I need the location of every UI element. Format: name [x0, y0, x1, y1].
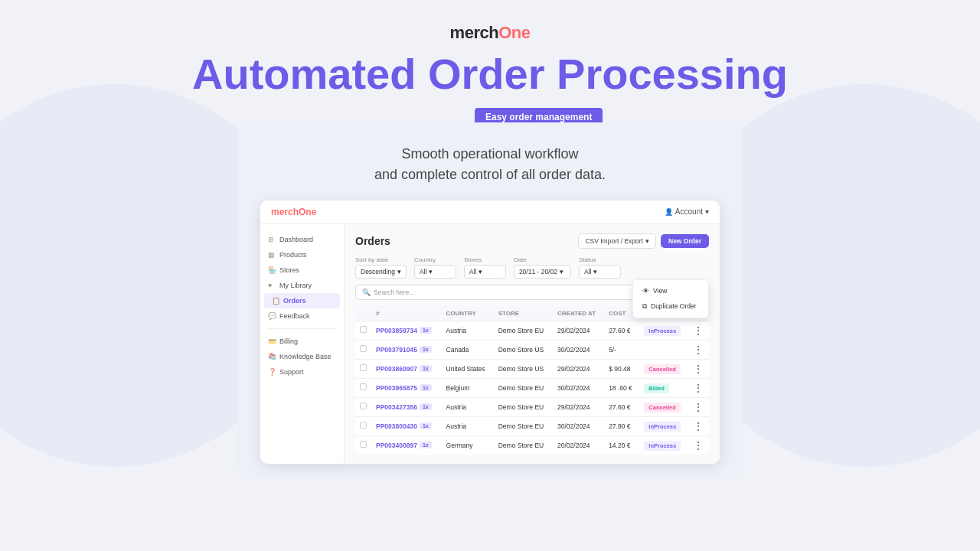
- row-created: 29/02/2024: [553, 397, 604, 416]
- row-checkbox[interactable]: [355, 321, 371, 340]
- sort-chevron-icon: ▾: [397, 268, 401, 276]
- row-created: 30/02/2024: [553, 378, 604, 397]
- sidebar-item-knowledge[interactable]: 📚 Knowledge Base: [260, 349, 344, 364]
- stores-select[interactable]: All ▾: [464, 265, 506, 279]
- context-duplicate[interactable]: ⧉ Duplicate Order: [633, 298, 708, 315]
- row-store: Demo Store EU: [494, 435, 553, 455]
- app-logo: merchOne: [271, 207, 316, 217]
- sidebar-item-stores[interactable]: 🏪 Stores: [260, 262, 344, 278]
- sidebar-item-billing[interactable]: 💳 Billing: [260, 334, 344, 349]
- view-icon: 👁: [642, 287, 649, 295]
- new-order-button[interactable]: New Order: [661, 234, 709, 248]
- row-store: Demo Store EU: [494, 378, 553, 397]
- row-country: Canada: [442, 340, 494, 359]
- brand-logo: merchOne: [450, 23, 531, 43]
- row-status: Cancelled: [639, 397, 689, 416]
- context-view[interactable]: 👁 View: [633, 283, 708, 298]
- table-row: PP003791045 1x Canada Demo Store US 30/0…: [355, 340, 709, 359]
- products-icon: ▦: [268, 251, 276, 259]
- app-body: ⊞ Dashboard ▦ Products 🏪 Stores ♥: [260, 224, 720, 464]
- row-id: PP003427356 1x: [371, 397, 442, 416]
- duplicate-icon: ⧉: [642, 302, 647, 311]
- row-more[interactable]: ⋮: [689, 397, 709, 416]
- row-cost: $ 90.48: [604, 359, 639, 378]
- row-store: Demo Store EU: [494, 397, 553, 416]
- row-id: PP003859734 1x: [371, 321, 442, 340]
- row-created: 30/02/2024: [553, 340, 604, 359]
- row-id: PP003400897 1x: [371, 435, 442, 455]
- row-cost: 18 .60 €: [604, 378, 639, 397]
- row-checkbox[interactable]: [355, 397, 371, 416]
- row-checkbox[interactable]: [355, 378, 371, 397]
- row-checkbox[interactable]: [355, 435, 371, 455]
- app-header: merchOne 👤 Account ▾: [260, 201, 720, 224]
- sidebar-item-orders[interactable]: 📋 Orders: [264, 293, 340, 308]
- row-more[interactable]: ⋮: [689, 416, 709, 435]
- date-select[interactable]: 20/11 - 20/02 ▾: [514, 265, 571, 279]
- sidebar-item-support[interactable]: ❓ Support: [260, 364, 344, 380]
- library-icon: ♥: [268, 282, 276, 289]
- feedback-icon: 💬: [268, 312, 276, 320]
- row-country: Germany: [442, 435, 494, 455]
- row-id: PP003800430 1x: [371, 416, 442, 435]
- row-created: 29/02/2024: [553, 359, 604, 378]
- status-chevron-icon: ▾: [593, 268, 597, 276]
- row-more[interactable]: ⋮: [689, 321, 709, 340]
- billing-icon: 💳: [268, 337, 276, 345]
- row-country: Austria: [442, 397, 494, 416]
- row-status: [639, 340, 689, 359]
- row-more[interactable]: ⋮: [689, 378, 709, 397]
- stores-chevron-icon: ▾: [479, 268, 482, 276]
- sidebar-item-products[interactable]: ▦ Products: [260, 247, 344, 262]
- row-checkbox[interactable]: [355, 340, 371, 359]
- support-icon: ❓: [268, 368, 276, 376]
- row-cost: 5/-: [604, 340, 639, 359]
- col-id: #: [371, 306, 442, 321]
- row-store: Demo Store US: [494, 359, 553, 378]
- sidebar-item-feedback[interactable]: 💬 Feedback: [260, 308, 344, 324]
- table-row: PP003965875 1x Belgium Demo Store EU 30/…: [355, 378, 709, 397]
- country-select[interactable]: All ▾: [414, 265, 456, 279]
- date-chevron-icon: ▾: [560, 268, 564, 276]
- context-menu: 👁 View ⧉ Duplicate Order: [632, 279, 709, 318]
- row-created: 20/02/2024: [553, 435, 604, 455]
- status-select[interactable]: All ▾: [579, 265, 621, 279]
- row-country: Belgium: [442, 378, 494, 397]
- row-checkbox[interactable]: [355, 359, 371, 378]
- table-row: PP003400897 1x Germany Demo Store EU 20/…: [355, 435, 709, 455]
- page-title: Automated Order Processing: [192, 51, 788, 98]
- search-box[interactable]: 🔍 Search here...: [355, 285, 654, 300]
- row-country: Austria: [442, 321, 494, 340]
- card-subtitle: Smooth operational workflow and complete…: [260, 144, 720, 185]
- row-cost: 27.80 €: [604, 416, 639, 435]
- orders-title: Orders: [355, 235, 390, 247]
- table-row: PP003427356 1x Austria Demo Store EU 29/…: [355, 397, 709, 416]
- logo-merch: merch: [450, 23, 499, 42]
- orders-actions: CSV Import / Export ▾ New Order: [578, 233, 709, 249]
- chevron-down-icon: ▾: [645, 237, 649, 245]
- orders-icon: 📋: [272, 297, 279, 305]
- row-id: PP003860907 1x: [371, 359, 442, 378]
- csv-import-export-button[interactable]: CSV Import / Export ▾: [578, 233, 656, 249]
- row-checkbox[interactable]: [355, 416, 371, 435]
- col-checkbox: [355, 306, 371, 321]
- sort-select[interactable]: Descending ▾: [355, 265, 407, 279]
- row-more[interactable]: ⋮: [689, 435, 709, 455]
- knowledge-icon: 📚: [268, 353, 276, 360]
- filter-country: Country All ▾: [414, 256, 456, 279]
- row-country: United States: [442, 359, 494, 378]
- orders-header: Orders CSV Import / Export ▾ New Order: [355, 233, 709, 249]
- row-id: PP003965875 1x: [371, 378, 442, 397]
- row-more[interactable]: ⋮: [689, 340, 709, 359]
- search-icon: 🔍: [362, 289, 371, 296]
- col-country: COUNTRY: [442, 306, 494, 321]
- sidebar-item-dashboard[interactable]: ⊞ Dashboard: [260, 232, 344, 247]
- filter-sort: Sort by date Descending ▾: [355, 256, 407, 279]
- stores-icon: 🏪: [268, 266, 276, 274]
- row-created: 29/02/2024: [553, 321, 604, 340]
- row-store: Demo Store US: [494, 340, 553, 359]
- app-sidebar: ⊞ Dashboard ▦ Products 🏪 Stores ♥: [260, 224, 345, 464]
- sidebar-item-library[interactable]: ♥ My Library: [260, 278, 344, 293]
- account-button[interactable]: 👤 Account ▾: [665, 207, 709, 216]
- row-more[interactable]: ⋮: [689, 359, 709, 378]
